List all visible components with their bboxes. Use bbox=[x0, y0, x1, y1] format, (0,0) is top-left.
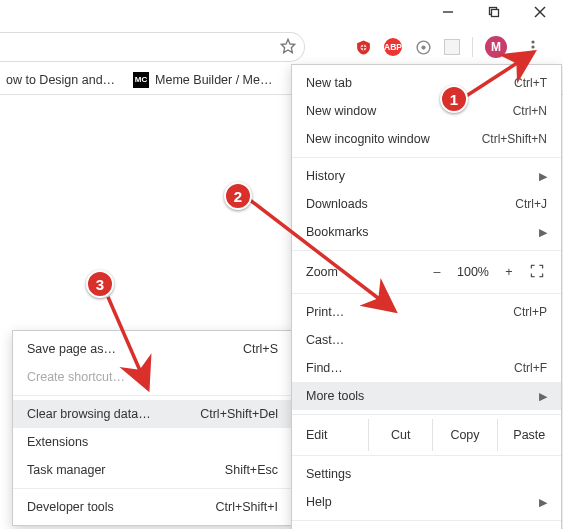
chrome-main-menu: New tab Ctrl+T New window Ctrl+N New inc… bbox=[291, 64, 562, 529]
fullscreen-icon[interactable] bbox=[529, 263, 547, 282]
label: New window bbox=[306, 104, 513, 118]
svg-rect-2 bbox=[492, 10, 499, 17]
separator bbox=[13, 395, 292, 396]
menu-downloads[interactable]: Downloads Ctrl+J bbox=[292, 190, 561, 218]
adblock-icon[interactable]: ABP bbox=[384, 38, 402, 56]
submenu-create-shortcut: Create shortcut… bbox=[13, 363, 292, 391]
submenu-clear-browsing-data[interactable]: Clear browsing data… Ctrl+Shift+Del bbox=[13, 400, 292, 428]
chevron-right-icon: ▶ bbox=[539, 496, 547, 509]
bookmark-favicon: MC bbox=[133, 72, 149, 88]
separator bbox=[292, 293, 561, 294]
shortcut: Ctrl+N bbox=[513, 104, 547, 118]
separator bbox=[292, 250, 561, 251]
menu-more-tools[interactable]: More tools ▶ bbox=[292, 382, 561, 410]
extension-icon-1[interactable] bbox=[414, 38, 432, 56]
menu-find[interactable]: Find… Ctrl+F bbox=[292, 354, 561, 382]
zoom-value: 100% bbox=[457, 265, 489, 279]
separator bbox=[292, 455, 561, 456]
zoom-in-button[interactable]: + bbox=[499, 265, 519, 279]
separator bbox=[13, 488, 292, 489]
label: History bbox=[306, 169, 533, 183]
bookmark-item[interactable]: MC Meme Builder / Me… bbox=[133, 72, 272, 88]
label: Settings bbox=[306, 467, 547, 481]
address-bar[interactable] bbox=[0, 32, 305, 62]
svg-rect-8 bbox=[360, 46, 366, 47]
shortcut: Ctrl+F bbox=[514, 361, 547, 375]
extension-icon-2[interactable] bbox=[444, 39, 460, 55]
label: Print… bbox=[306, 305, 513, 319]
kebab-menu-icon[interactable] bbox=[519, 33, 547, 61]
svg-marker-5 bbox=[281, 39, 294, 52]
menu-bookmarks[interactable]: Bookmarks ▶ bbox=[292, 218, 561, 246]
separator bbox=[472, 37, 473, 57]
label: New incognito window bbox=[306, 132, 482, 146]
toolbar: ABP M bbox=[0, 30, 563, 64]
separator bbox=[292, 414, 561, 415]
annotation-badge-1: 1 bbox=[440, 85, 468, 113]
menu-history[interactable]: History ▶ bbox=[292, 162, 561, 190]
svg-point-13 bbox=[531, 50, 534, 53]
menu-settings[interactable]: Settings bbox=[292, 460, 561, 488]
more-tools-submenu: Save page as… Ctrl+S Create shortcut… Cl… bbox=[12, 330, 293, 526]
edit-copy-button[interactable]: Copy bbox=[432, 419, 496, 451]
shortcut: Shift+Esc bbox=[225, 463, 278, 477]
edit-paste-button[interactable]: Paste bbox=[497, 419, 561, 451]
extension-icons: ABP M bbox=[354, 33, 547, 61]
minimize-button[interactable] bbox=[425, 0, 471, 24]
window-controls bbox=[425, 0, 563, 24]
label: Save page as… bbox=[27, 342, 116, 356]
menu-new-tab[interactable]: New tab Ctrl+T bbox=[292, 69, 561, 97]
menu-new-window[interactable]: New window Ctrl+N bbox=[292, 97, 561, 125]
ublock-icon[interactable] bbox=[354, 38, 372, 56]
svg-point-12 bbox=[531, 45, 534, 48]
edit-cut-button[interactable]: Cut bbox=[368, 419, 432, 451]
menu-new-incognito[interactable]: New incognito window Ctrl+Shift+N bbox=[292, 125, 561, 153]
shortcut: Ctrl+T bbox=[514, 76, 547, 90]
shortcut: Ctrl+S bbox=[243, 342, 278, 356]
label: Extensions bbox=[27, 435, 88, 449]
label: Developer tools bbox=[27, 500, 114, 514]
menu-cast[interactable]: Cast… bbox=[292, 326, 561, 354]
svg-point-10 bbox=[421, 45, 425, 49]
menu-print[interactable]: Print… Ctrl+P bbox=[292, 298, 561, 326]
submenu-developer-tools[interactable]: Developer tools Ctrl+Shift+I bbox=[13, 493, 292, 521]
bookmark-label: Meme Builder / Me… bbox=[155, 73, 272, 87]
menu-edit-row: Edit Cut Copy Paste bbox=[292, 419, 561, 451]
shortcut: Ctrl+Shift+Del bbox=[200, 407, 278, 421]
menu-zoom-row: Zoom – 100% + bbox=[292, 255, 561, 289]
profile-avatar[interactable]: M bbox=[485, 36, 507, 58]
label: Find… bbox=[306, 361, 514, 375]
chevron-right-icon: ▶ bbox=[539, 170, 547, 183]
submenu-task-manager[interactable]: Task manager Shift+Esc bbox=[13, 456, 292, 484]
submenu-extensions[interactable]: Extensions bbox=[13, 428, 292, 456]
separator bbox=[292, 157, 561, 158]
maximize-button[interactable] bbox=[471, 0, 517, 24]
annotation-badge-3: 3 bbox=[86, 270, 114, 298]
bookmark-item[interactable]: ow to Design and… bbox=[6, 73, 115, 87]
edit-label: Edit bbox=[292, 428, 368, 442]
svg-point-11 bbox=[531, 40, 534, 43]
label: More tools bbox=[306, 389, 533, 403]
close-button[interactable] bbox=[517, 0, 563, 24]
label: Downloads bbox=[306, 197, 515, 211]
shortcut: Ctrl+J bbox=[515, 197, 547, 211]
label: Bookmarks bbox=[306, 225, 533, 239]
label: Clear browsing data… bbox=[27, 407, 151, 421]
shortcut: Ctrl+P bbox=[513, 305, 547, 319]
bookmark-star-icon[interactable] bbox=[280, 38, 296, 57]
shortcut: Ctrl+Shift+N bbox=[482, 132, 547, 146]
label: Create shortcut… bbox=[27, 370, 125, 384]
zoom-out-button[interactable]: – bbox=[427, 265, 447, 279]
menu-exit[interactable]: Exit bbox=[292, 525, 561, 529]
submenu-save-page[interactable]: Save page as… Ctrl+S bbox=[13, 335, 292, 363]
label: Help bbox=[306, 495, 533, 509]
menu-help[interactable]: Help ▶ bbox=[292, 488, 561, 516]
annotation-badge-2: 2 bbox=[224, 182, 252, 210]
separator bbox=[292, 520, 561, 521]
label: New tab bbox=[306, 76, 514, 90]
chevron-right-icon: ▶ bbox=[539, 390, 547, 403]
bookmark-label: ow to Design and… bbox=[6, 73, 115, 87]
chevron-right-icon: ▶ bbox=[539, 226, 547, 239]
zoom-label: Zoom bbox=[306, 265, 338, 279]
label: Cast… bbox=[306, 333, 547, 347]
